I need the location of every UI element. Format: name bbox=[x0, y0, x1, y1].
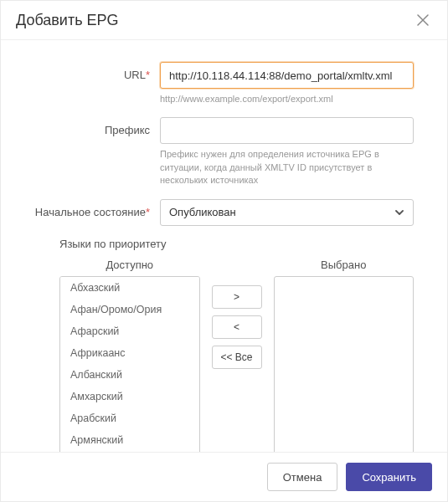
transfer-buttons: > < << Все bbox=[212, 259, 262, 452]
move-left-button[interactable]: < bbox=[212, 315, 262, 339]
available-column: Доступно АбхазскийАфан/Оромо/ОрияАфарски… bbox=[59, 259, 200, 452]
close-button[interactable] bbox=[414, 11, 432, 29]
list-item[interactable]: Абхазский bbox=[60, 277, 199, 299]
prefix-label: Префикс bbox=[34, 117, 160, 136]
list-item[interactable]: Албанский bbox=[60, 364, 199, 386]
prefix-input[interactable] bbox=[160, 117, 414, 144]
selected-listbox[interactable] bbox=[274, 276, 415, 452]
url-label: URL* bbox=[34, 62, 160, 81]
modal-title: Добавить EPG bbox=[16, 12, 119, 29]
url-input[interactable] bbox=[160, 62, 414, 89]
list-item[interactable]: Афан/Оромо/Ория bbox=[60, 299, 199, 320]
available-listbox[interactable]: АбхазскийАфан/Оромо/ОрияАфарскийАфрикаан… bbox=[59, 276, 200, 452]
url-hint: http://www.example.com/export/export.xml bbox=[160, 93, 414, 105]
list-item[interactable]: Арабский bbox=[60, 407, 199, 429]
prefix-hint: Префикс нужен для определения источника … bbox=[160, 148, 414, 187]
prefix-field-wrap: Префикс нужен для определения источника … bbox=[160, 117, 414, 187]
available-title: Доступно bbox=[59, 259, 200, 271]
state-selected-value: Опубликован bbox=[169, 206, 236, 218]
modal-body: URL* http://www.example.com/export/expor… bbox=[1, 40, 447, 452]
modal-header: Добавить EPG bbox=[1, 1, 447, 40]
state-select[interactable]: Опубликован bbox=[160, 199, 414, 226]
chevron-down-icon bbox=[394, 207, 404, 218]
required-mark: * bbox=[146, 69, 150, 81]
url-label-text: URL bbox=[124, 69, 146, 81]
save-button[interactable]: Сохранить bbox=[346, 463, 432, 491]
url-field-wrap: http://www.example.com/export/export.xml bbox=[160, 62, 414, 105]
languages-section-label: Языки по приоритету bbox=[59, 238, 414, 250]
close-icon bbox=[417, 16, 429, 28]
languages-dual-list: Доступно АбхазскийАфан/Оромо/ОрияАфарски… bbox=[59, 259, 414, 452]
prefix-label-text: Префикс bbox=[105, 124, 150, 136]
move-all-left-button[interactable]: << Все bbox=[212, 346, 262, 369]
list-item[interactable]: Армянский bbox=[60, 429, 199, 451]
list-item[interactable]: Афарский bbox=[60, 320, 199, 342]
selected-column: Выбрано bbox=[274, 259, 415, 452]
state-row: Начальное состояние* Опубликован bbox=[34, 199, 414, 226]
state-label-text: Начальное состояние bbox=[35, 206, 146, 218]
selected-title: Выбрано bbox=[274, 259, 415, 271]
required-mark: * bbox=[146, 206, 150, 218]
list-item[interactable]: Амхарский bbox=[60, 386, 199, 407]
add-epg-modal: Добавить EPG URL* http://www.example.com… bbox=[0, 0, 448, 502]
url-row: URL* http://www.example.com/export/expor… bbox=[34, 62, 414, 105]
prefix-row: Префикс Префикс нужен для определения ис… bbox=[34, 117, 414, 187]
state-label: Начальное состояние* bbox=[34, 199, 160, 218]
state-field-wrap: Опубликован bbox=[160, 199, 414, 226]
modal-footer: Отмена Сохранить bbox=[1, 452, 447, 501]
list-item[interactable]: Африкаанс bbox=[60, 342, 199, 364]
move-right-button[interactable]: > bbox=[212, 285, 262, 309]
cancel-button[interactable]: Отмена bbox=[267, 463, 338, 491]
